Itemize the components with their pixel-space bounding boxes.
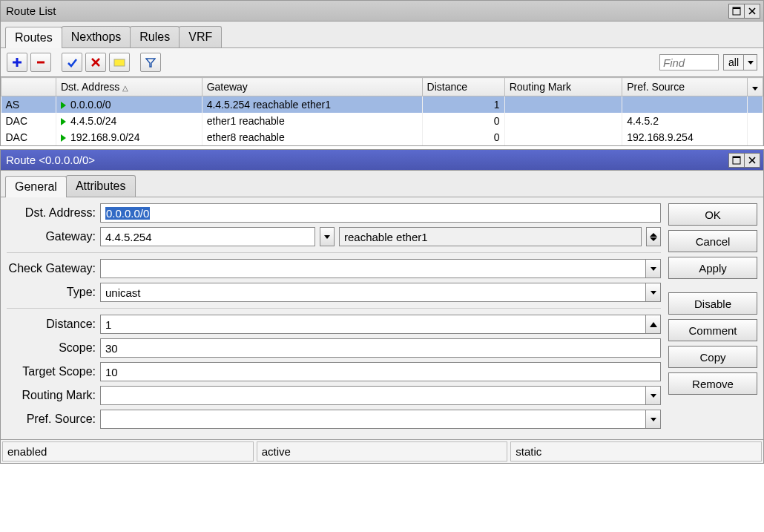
svg-rect-1 — [733, 7, 740, 9]
route-detail-window: Route <0.0.0.0/0> General Attributes Dst… — [0, 149, 764, 464]
dst-address-input[interactable]: 0.0.0.0/0 — [100, 203, 661, 223]
route-list-title-buttons — [728, 4, 760, 19]
target-scope-label: Target Scope: — [7, 365, 100, 378]
route-detail-tabs: General Attributes — [1, 171, 763, 197]
tab-nexthops[interactable]: Nexthops — [62, 26, 131, 47]
tab-vrf[interactable]: VRF — [179, 26, 222, 47]
route-detail-content: Dst. Address: 0.0.0.0/0 /* placeholder f… — [1, 197, 763, 439]
cell-distance: 0 — [422, 129, 504, 145]
scope-input[interactable] — [100, 338, 661, 358]
gateway-input[interactable] — [100, 227, 315, 246]
target-scope-input[interactable] — [100, 362, 661, 381]
active-route-icon — [61, 118, 66, 125]
col-dst[interactable]: Dst. Address△ — [56, 78, 202, 96]
cell-flags: DAC — [1, 129, 56, 145]
route-detail-title: Route <0.0.0.0/0> — [4, 154, 95, 166]
routes-table: Dst. Address△ Gateway Distance Routing M… — [1, 77, 763, 145]
table-row[interactable]: AS0.0.0.0/04.4.5.254 reachable ether11 — [1, 96, 763, 114]
filter-selector-value: all — [724, 56, 743, 68]
toolbar-right: all — [659, 54, 757, 70]
enable-button[interactable] — [62, 53, 82, 72]
route-detail-titlebar[interactable]: Route <0.0.0.0/0> — [1, 150, 763, 171]
cell-pref-source: 192.168.9.254 — [622, 129, 748, 145]
route-detail-buttons: OK Cancel Apply Disable Comment Copy Rem… — [668, 203, 757, 433]
svg-marker-10 — [146, 59, 155, 67]
route-list-titlebar[interactable]: Route List — [1, 1, 763, 22]
sort-indicator-icon: △ — [122, 84, 128, 92]
distance-input[interactable] — [100, 315, 646, 334]
cell-pref-source — [622, 96, 748, 114]
cancel-button[interactable]: Cancel — [668, 230, 757, 252]
routing-mark-dropdown-icon[interactable] — [646, 386, 661, 405]
cell-menu — [748, 113, 763, 129]
col-flags[interactable] — [1, 78, 56, 96]
comment-button[interactable] — [109, 53, 130, 72]
cell-routing-mark — [504, 96, 622, 114]
route-list-toolbar: all — [1, 48, 763, 77]
type-input[interactable] — [100, 283, 646, 302]
col-gateway[interactable]: Gateway — [202, 78, 422, 96]
routes-table-header: Dst. Address△ Gateway Distance Routing M… — [1, 78, 763, 96]
col-pref-source[interactable]: Pref. Source — [622, 78, 748, 96]
routing-mark-input[interactable] — [100, 386, 646, 405]
cell-dst: 0.0.0.0/0 — [56, 96, 202, 114]
col-routing-mark[interactable]: Routing Mark — [504, 78, 622, 96]
pref-source-input[interactable] — [100, 410, 646, 429]
routing-mark-label: Routing Mark: — [7, 389, 100, 402]
distance-collapse-icon[interactable] — [646, 315, 661, 334]
cell-flags: AS — [1, 96, 56, 114]
tab-general[interactable]: General — [5, 176, 67, 197]
comment-button[interactable]: Comment — [668, 319, 757, 341]
gateway-updown-icon[interactable] — [646, 227, 661, 246]
route-detail-form: Dst. Address: 0.0.0.0/0 /* placeholder f… — [7, 203, 661, 433]
dropdown-icon — [743, 55, 757, 70]
tab-attributes[interactable]: Attributes — [66, 175, 136, 197]
pref-source-dropdown-icon[interactable] — [646, 410, 661, 429]
check-gateway-label: Check Gateway: — [7, 262, 100, 275]
check-gateway-dropdown-icon[interactable] — [646, 259, 661, 278]
status-static: static — [510, 441, 762, 462]
remove-button[interactable]: Remove — [668, 372, 757, 395]
cell-dst: 192.168.9.0/24 — [56, 129, 202, 145]
active-route-icon — [61, 102, 66, 109]
col-menu[interactable] — [748, 78, 763, 96]
disable-button[interactable] — [85, 53, 106, 72]
cell-gateway: ether1 reachable — [202, 113, 422, 129]
gateway-dropdown-icon[interactable] — [320, 227, 335, 246]
cell-routing-mark — [504, 129, 622, 145]
route-detail-statusbar: enabled active static — [1, 439, 763, 463]
check-gateway-input[interactable] — [100, 259, 646, 278]
route-list-title: Route List — [4, 4, 56, 17]
scope-label: Scope: — [7, 341, 100, 355]
filter-button[interactable] — [140, 53, 161, 72]
remove-button[interactable] — [30, 53, 51, 72]
copy-button[interactable]: Copy — [668, 346, 757, 368]
route-list-window: Route List Routes Nexthops Rules VRF all — [0, 0, 764, 146]
svg-rect-9 — [114, 59, 125, 66]
svg-rect-12 — [733, 157, 740, 158]
ok-button[interactable]: OK — [668, 203, 757, 226]
gateway-label: Gateway: — [7, 230, 100, 243]
chevron-down-icon — [752, 81, 758, 93]
tab-rules[interactable]: Rules — [130, 26, 180, 47]
minimize-icon[interactable] — [728, 153, 745, 168]
find-input[interactable] — [659, 54, 719, 70]
distance-label: Distance: — [7, 318, 100, 331]
table-row[interactable]: DAC4.4.5.0/24ether1 reachable04.4.5.2 — [1, 113, 763, 129]
apply-button[interactable]: Apply — [668, 257, 757, 279]
minimize-icon[interactable] — [728, 4, 745, 19]
add-button[interactable] — [7, 53, 27, 72]
route-list-tabs: Routes Nexthops Rules VRF — [1, 22, 763, 48]
dst-address-label: Dst. Address: — [7, 206, 100, 220]
table-row[interactable]: DAC192.168.9.0/24ether8 reachable0192.16… — [1, 129, 763, 145]
col-distance[interactable]: Distance — [422, 78, 504, 96]
cell-menu — [748, 96, 763, 114]
tab-routes[interactable]: Routes — [5, 27, 62, 48]
disable-button[interactable]: Disable — [668, 292, 757, 315]
filter-selector[interactable]: all — [723, 54, 757, 70]
close-icon[interactable] — [744, 4, 760, 19]
close-icon[interactable] — [744, 153, 760, 168]
cell-dst: 4.4.5.0/24 — [56, 113, 202, 129]
type-dropdown-icon[interactable] — [646, 283, 661, 302]
cell-distance: 0 — [422, 113, 504, 129]
